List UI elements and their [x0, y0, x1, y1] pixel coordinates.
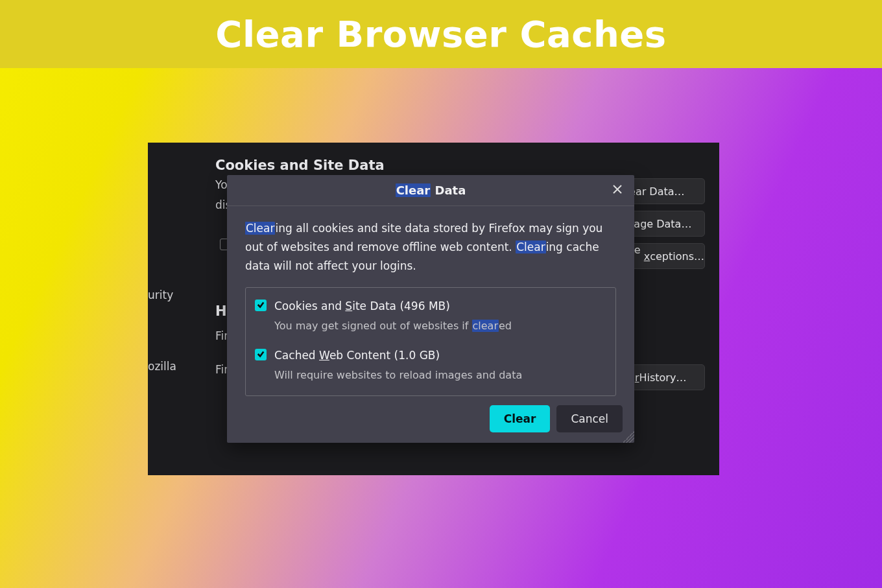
section-title-cookies: Cookies and Site Data — [215, 156, 685, 176]
resize-handle-icon[interactable] — [622, 430, 634, 443]
dialog-body: Clearing all cookies and site data store… — [227, 206, 634, 396]
checkbox-cookies[interactable] — [255, 300, 267, 311]
page-title: Clear Browser Caches — [215, 13, 666, 55]
checkbox-cache[interactable] — [255, 349, 267, 360]
bg-text: Yo — [215, 178, 228, 191]
check-icon — [257, 296, 265, 314]
dialog-header: Clear Data — [227, 175, 634, 206]
sidebar-fragment: ozilla — [148, 360, 176, 373]
clear-data-dialog: Clear Data Clearing all cookies and site… — [227, 175, 634, 443]
option-cookies-site-data[interactable]: Cookies and Site Data (496 MB) You may g… — [255, 297, 606, 335]
dialog-actions: Clear Cancel — [490, 405, 623, 432]
option-subtitle: Will require websites to reload images a… — [274, 366, 522, 384]
option-cached-web-content[interactable]: Cached Web Content (1.0 GB) Will require… — [255, 346, 606, 384]
cancel-button[interactable]: Cancel — [556, 405, 623, 432]
close-icon — [612, 184, 623, 197]
page-header: Clear Browser Caches — [0, 0, 882, 68]
close-button[interactable] — [607, 180, 628, 201]
option-subtitle: You may get signed out of websites if cl… — [274, 317, 512, 335]
sidebar-fragment: urity — [148, 288, 173, 301]
dialog-description: Clearing all cookies and site data store… — [245, 219, 616, 276]
option-title: Cached Web Content (1.0 GB) — [274, 346, 522, 365]
option-title: Cookies and Site Data (496 MB) — [274, 297, 512, 316]
check-icon — [257, 345, 265, 364]
stage: Cookies and Site Data Yo dis Hi Fir Fir … — [0, 68, 882, 588]
dialog-title: Clear Data — [396, 183, 466, 197]
clear-button[interactable]: Clear — [490, 405, 551, 432]
options-group: Cookies and Site Data (496 MB) You may g… — [245, 287, 616, 396]
